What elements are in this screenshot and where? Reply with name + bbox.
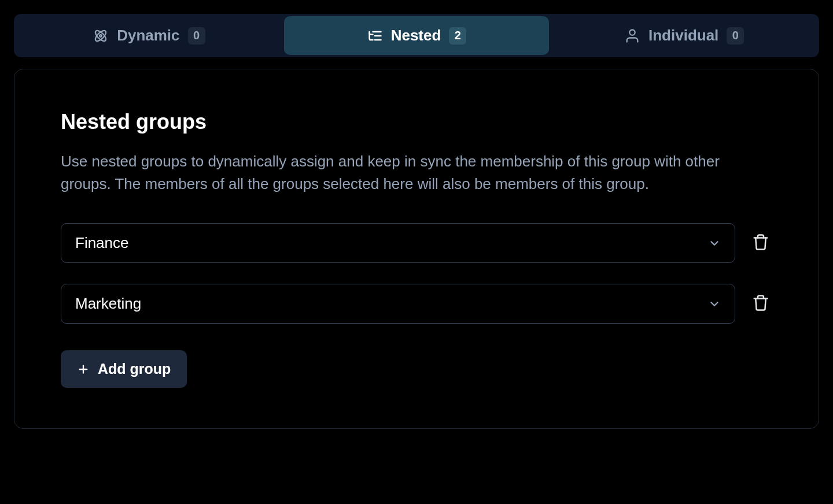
- group-row: Finance: [61, 223, 772, 263]
- chevron-down-icon: [708, 237, 721, 250]
- tree-list-icon: [367, 28, 383, 44]
- panel-title: Nested groups: [61, 110, 772, 134]
- tab-count-badge: 2: [449, 27, 466, 45]
- group-select-value: Finance: [75, 234, 129, 252]
- tab-count-badge: 0: [188, 27, 205, 45]
- svg-point-0: [99, 35, 102, 37]
- svg-point-6: [629, 29, 635, 35]
- trash-icon: [752, 234, 769, 253]
- panel-description: Use nested groups to dynamically assign …: [61, 150, 772, 195]
- group-select[interactable]: Marketing: [61, 284, 735, 324]
- group-select-value: Marketing: [75, 295, 141, 313]
- add-group-button[interactable]: Add group: [61, 350, 187, 388]
- tab-label: Dynamic: [117, 27, 179, 45]
- chevron-down-icon: [708, 298, 721, 310]
- group-row: Marketing: [61, 284, 772, 324]
- plus-icon: [77, 363, 90, 376]
- tabs-bar: Dynamic 0 Nested 2 Individual 0: [14, 14, 819, 57]
- atom-icon: [93, 28, 109, 44]
- tab-dynamic[interactable]: Dynamic 0: [16, 16, 282, 55]
- tab-count-badge: 0: [727, 27, 744, 45]
- tab-individual[interactable]: Individual 0: [551, 16, 817, 55]
- nested-groups-panel: Nested groups Use nested groups to dynam…: [14, 69, 819, 429]
- group-select[interactable]: Finance: [61, 223, 735, 263]
- tab-nested[interactable]: Nested 2: [284, 16, 550, 55]
- add-group-label: Add group: [98, 361, 171, 377]
- tab-label: Nested: [391, 27, 441, 45]
- trash-icon: [752, 294, 769, 313]
- tab-label: Individual: [648, 27, 718, 45]
- user-icon: [624, 28, 640, 44]
- delete-group-button[interactable]: [749, 292, 772, 316]
- delete-group-button[interactable]: [749, 232, 772, 255]
